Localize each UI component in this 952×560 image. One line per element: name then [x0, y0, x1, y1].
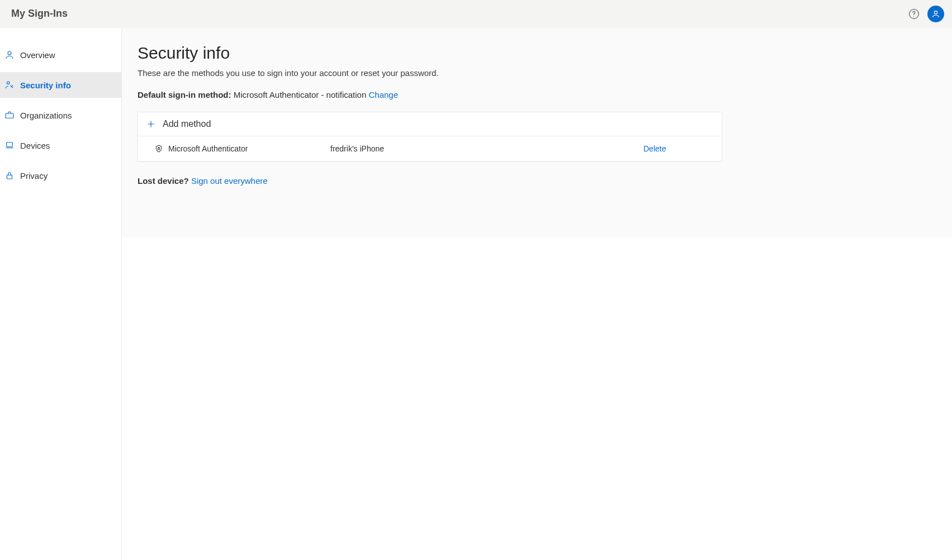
sign-out-everywhere-link[interactable]: Sign out everywhere: [191, 176, 268, 186]
page-subtitle: These are the methods you use to sign in…: [138, 68, 936, 78]
add-method-label: Add method: [163, 119, 211, 129]
sidebar-item-privacy[interactable]: Privacy: [0, 163, 121, 188]
sidebar-item-label: Overview: [20, 50, 55, 60]
method-device: fredrik's iPhone: [330, 144, 643, 153]
sidebar-item-label: Privacy: [20, 171, 48, 181]
key-person-icon: [4, 80, 15, 90]
default-signin-value: Microsoft Authenticator - notification: [234, 90, 367, 99]
person-icon: [4, 50, 15, 60]
default-signin-label: Default sign-in method:: [138, 90, 231, 99]
change-default-link[interactable]: Change: [368, 90, 398, 99]
default-signin-row: Default sign-in method: Microsoft Authen…: [138, 90, 936, 99]
page-title: Security info: [138, 44, 936, 63]
plus-icon: [146, 119, 156, 129]
help-icon[interactable]: [908, 8, 920, 20]
lock-icon: [4, 170, 15, 181]
svg-rect-6: [7, 143, 13, 147]
svg-point-2: [934, 11, 937, 13]
svg-rect-7: [7, 175, 12, 179]
sidebar-item-label: Security info: [20, 80, 71, 90]
sidebar-item-security-info[interactable]: Security info: [0, 72, 121, 98]
topbar-actions: [908, 6, 944, 22]
lost-device-row: Lost device? Sign out everywhere: [138, 176, 936, 186]
app-title: My Sign-Ins: [11, 8, 68, 20]
lost-device-label: Lost device?: [138, 176, 189, 186]
sidebar: Overview Security info Organizations: [0, 28, 122, 560]
svg-point-1: [913, 16, 914, 16]
authenticator-icon: [149, 144, 168, 153]
briefcase-icon: [4, 110, 15, 120]
svg-point-4: [7, 82, 10, 84]
svg-rect-5: [6, 113, 13, 118]
layout: Overview Security info Organizations: [0, 28, 952, 560]
method-row: Microsoft Authenticator fredrik's iPhone…: [138, 136, 722, 161]
svg-point-3: [8, 51, 11, 55]
sidebar-item-label: Devices: [20, 141, 50, 150]
main-content: Security info These are the methods you …: [122, 28, 952, 560]
svg-rect-8: [158, 148, 160, 150]
account-avatar[interactable]: [927, 6, 944, 22]
method-name: Microsoft Authenticator: [168, 144, 330, 153]
sidebar-item-overview[interactable]: Overview: [0, 42, 121, 68]
methods-card: Add method Microsoft Authenticator fredr…: [138, 112, 722, 162]
add-method-button[interactable]: Add method: [138, 112, 722, 136]
sidebar-item-devices[interactable]: Devices: [0, 132, 121, 158]
laptop-icon: [4, 140, 15, 150]
delete-method-link[interactable]: Delete: [643, 144, 666, 153]
sidebar-item-label: Organizations: [20, 111, 72, 120]
topbar: My Sign-Ins: [0, 0, 952, 28]
sidebar-item-organizations[interactable]: Organizations: [0, 102, 121, 128]
